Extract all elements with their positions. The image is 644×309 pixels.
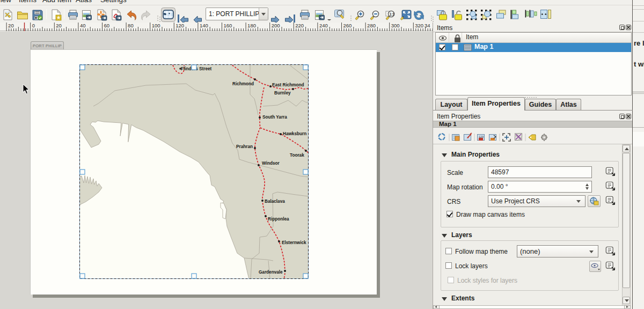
svg-text:Toorak: Toorak	[290, 153, 304, 158]
svg-text:Gardenvale: Gardenvale	[259, 270, 283, 275]
svg-text:200: 200	[272, 23, 280, 28]
svg-text:140: 140	[200, 23, 208, 28]
svg-text:40: 40	[80, 23, 86, 28]
svg-text:180: 180	[247, 23, 256, 28]
svg-text:120: 120	[175, 23, 184, 28]
svg-text:Hawksburn: Hawksburn	[283, 131, 306, 136]
svg-text:260: 260	[343, 23, 352, 28]
svg-text:280: 280	[367, 23, 376, 28]
svg-text:100: 100	[152, 23, 160, 28]
svg-text:60: 60	[104, 23, 110, 28]
svg-text:East Richmond: East Richmond	[272, 83, 304, 87]
svg-text:Prahran: Prahran	[236, 144, 253, 149]
svg-text:240: 240	[319, 23, 328, 28]
svg-text:20: 20	[56, 23, 62, 28]
svg-text:Balaclava: Balaclava	[265, 199, 285, 204]
svg-text:34: 34	[425, 23, 430, 28]
svg-text:Burnley: Burnley	[274, 91, 291, 95]
svg-text:1:1: 1:1	[390, 12, 395, 16]
svg-text:Windsor: Windsor	[262, 161, 280, 166]
svg-text:300: 300	[391, 23, 400, 28]
svg-text:80: 80	[128, 23, 134, 28]
svg-text:Richmond: Richmond	[232, 82, 254, 86]
svg-text:Elsternwick: Elsternwick	[282, 240, 306, 245]
svg-text:123: 123	[479, 135, 484, 138]
svg-text:0: 0	[32, 23, 35, 28]
svg-text:South Yarra: South Yarra	[262, 115, 287, 120]
svg-text:Ripponlea: Ripponlea	[268, 217, 289, 222]
svg-text:160: 160	[224, 23, 232, 28]
svg-text:320: 320	[415, 23, 423, 28]
svg-text:20: 20	[8, 23, 14, 28]
svg-text:220: 220	[295, 23, 304, 28]
